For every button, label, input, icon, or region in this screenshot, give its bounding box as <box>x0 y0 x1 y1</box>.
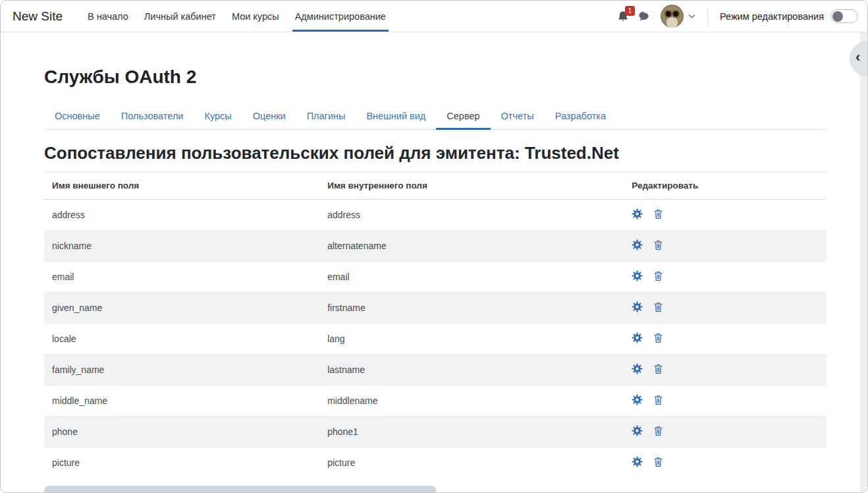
table-row: nickname alternatename <box>44 231 827 262</box>
delete-mapping-button[interactable] <box>653 456 663 469</box>
user-avatar[interactable] <box>661 5 684 28</box>
internal-field-name: lastname <box>319 355 624 386</box>
external-field-name: picture <box>44 448 319 478</box>
notifications-button[interactable]: 1 <box>612 6 634 27</box>
admin-tab[interactable]: Пользователи <box>111 105 194 130</box>
internal-field-name: phone1 <box>319 417 624 448</box>
main-content: Службы OAuth 2 Основные Пользователи Кур… <box>1 67 867 493</box>
trash-icon <box>653 208 663 219</box>
delete-mapping-button[interactable] <box>653 425 663 438</box>
trash-icon <box>653 394 663 405</box>
drawer-strip <box>860 32 867 492</box>
edit-mode-toggle[interactable] <box>830 9 858 23</box>
table-row: middle_name middlename <box>44 386 827 417</box>
edit-mapping-button[interactable] <box>632 301 643 314</box>
page-title: Службы OAuth 2 <box>44 67 827 88</box>
admin-tab[interactable]: Курсы <box>194 105 242 130</box>
admin-tab[interactable]: Сервер <box>436 105 490 130</box>
table-header: Имя внешнего поля Имя внутреннего поля Р… <box>44 172 827 200</box>
delete-mapping-button[interactable] <box>653 301 663 314</box>
chat-bubble-icon <box>637 10 650 22</box>
admin-tab[interactable]: Разработка <box>545 105 616 130</box>
navbar-item[interactable]: Мои курсы <box>224 1 287 32</box>
admin-tab[interactable]: Отчеты <box>491 105 545 130</box>
delete-mapping-button[interactable] <box>653 394 663 407</box>
primary-navigation: В начало Личный кабинет Мои курсы Админи… <box>80 1 394 32</box>
internal-field-name: address <box>319 200 624 231</box>
gear-icon <box>632 425 643 436</box>
column-internal-field: Имя внутреннего поля <box>319 172 624 200</box>
messages-button[interactable] <box>634 6 654 26</box>
admin-tab[interactable]: Плагины <box>296 105 356 130</box>
admin-tab[interactable]: Основные <box>44 105 111 130</box>
gear-icon <box>632 208 643 219</box>
external-field-name: locale <box>44 324 319 355</box>
gear-icon <box>632 301 643 312</box>
delete-mapping-button[interactable] <box>653 332 663 345</box>
internal-field-name: email <box>319 262 624 293</box>
trash-icon <box>653 363 663 374</box>
table-body: address address <box>44 200 827 478</box>
navbar-right: 1 Режим редактирования <box>612 1 858 32</box>
delete-mapping-button[interactable] <box>653 270 663 283</box>
trash-icon <box>653 301 663 312</box>
delete-mapping-button[interactable] <box>653 363 663 376</box>
edit-mapping-button[interactable] <box>632 425 643 438</box>
column-external-field: Имя внешнего поля <box>44 172 319 200</box>
section-heading: Сопоставления пользовательских полей для… <box>44 143 827 163</box>
edit-mapping-button[interactable] <box>632 208 643 221</box>
external-field-name: email <box>44 262 319 293</box>
chevron-left-icon: ‹ <box>855 49 860 66</box>
table-row: family_name lastname <box>44 355 827 386</box>
admin-tabs: Основные Пользователи Курсы Оценки Плаги… <box>44 105 827 130</box>
gear-icon <box>632 363 643 374</box>
toggle-knob <box>832 11 843 22</box>
gear-icon <box>632 456 643 467</box>
trash-icon <box>653 270 663 281</box>
trash-icon <box>653 332 663 343</box>
edit-mapping-button[interactable] <box>632 332 643 345</box>
trash-icon <box>653 456 663 467</box>
external-field-name: family_name <box>44 355 319 386</box>
edit-mode-control: Режим редактирования <box>720 9 858 23</box>
site-brand[interactable]: New Site <box>13 1 63 32</box>
table-row: phone phone1 <box>44 417 827 448</box>
gear-icon <box>632 394 643 405</box>
field-mapping-table: Имя внешнего поля Имя внутреннего поля Р… <box>44 171 827 478</box>
edit-mode-label: Режим редактирования <box>720 11 824 22</box>
table-row: picture picture <box>44 448 827 478</box>
edit-mapping-button[interactable] <box>632 239 643 252</box>
table-row: given_name firstname <box>44 293 827 324</box>
chevron-down-icon[interactable] <box>688 13 695 20</box>
external-field-name: middle_name <box>44 386 319 417</box>
trash-icon <box>653 425 663 436</box>
gear-icon <box>632 270 643 281</box>
edit-mapping-button[interactable] <box>632 270 643 283</box>
edit-mapping-button[interactable] <box>632 394 643 407</box>
internal-field-name: middlename <box>319 386 624 417</box>
navbar-item[interactable]: В начало <box>80 1 136 32</box>
internal-field-name: alternatename <box>319 231 624 262</box>
gear-icon <box>632 332 643 343</box>
external-field-name: nickname <box>44 231 319 262</box>
edit-mapping-button[interactable] <box>632 363 643 376</box>
table-row: email email <box>44 262 827 293</box>
table-row: locale lang <box>44 324 827 355</box>
admin-tab[interactable]: Внешний вид <box>356 105 436 130</box>
gear-icon <box>632 239 643 250</box>
table-row: address address <box>44 200 827 231</box>
admin-tab[interactable]: Оценки <box>242 105 296 130</box>
external-field-name: given_name <box>44 293 319 324</box>
internal-field-name: lang <box>319 324 624 355</box>
external-field-name: phone <box>44 417 319 448</box>
navbar-item[interactable]: Личный кабинет <box>136 1 224 32</box>
internal-field-name: picture <box>319 448 624 478</box>
delete-mapping-button[interactable] <box>653 239 663 252</box>
navbar-item[interactable]: Администрирование <box>287 1 394 32</box>
trash-icon <box>653 239 663 250</box>
app-window: New Site В начало Личный кабинет Мои кур… <box>0 0 868 493</box>
create-mapping-button[interactable]: Создать сопоставление новых пользователь… <box>44 486 436 493</box>
column-edit: Редактировать <box>624 172 827 200</box>
edit-mapping-button[interactable] <box>632 456 643 469</box>
delete-mapping-button[interactable] <box>653 208 663 221</box>
